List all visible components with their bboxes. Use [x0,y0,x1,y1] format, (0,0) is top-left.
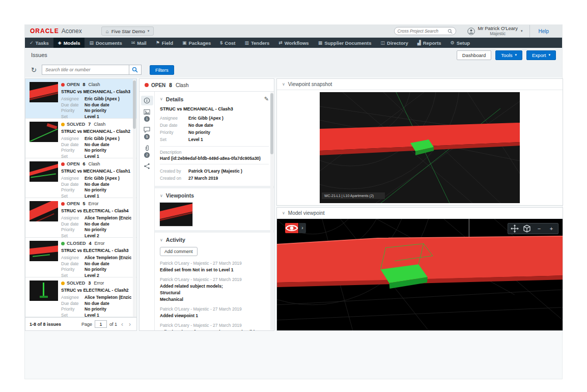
add-comment-button[interactable]: Add comment [160,247,198,256]
user-org: Majestic [478,31,518,36]
field-value: Level 1 [188,136,203,143]
zoom-in-button[interactable]: + [546,225,557,233]
issue-number: 5 [83,201,86,207]
page: ORACLE Aconex ⌂ Five Star Demo ▾ Mr Patr… [0,0,587,392]
workflows-icon: ⇄ [278,40,283,45]
export-button[interactable]: Export▾ [526,50,556,60]
viewpoint-snapshot-header[interactable]: ∨ Viewpoint snapshot [277,79,563,90]
scrollbar-thumb[interactable] [270,93,273,154]
zoom-out-button[interactable]: − [534,225,545,233]
viewpoints-tab[interactable]: 1 [141,107,153,123]
field-value: Eric Gibb (Apex ) [85,136,120,142]
section-title: Details [166,96,183,102]
issue-number: 3 [88,281,91,286]
viewpoint-thumbnail[interactable] [160,203,192,226]
previous-page-button[interactable]: ‹ [120,321,125,328]
snapshot-3d-image: WC-21-L1 | L10 Apartments (2) [320,92,520,203]
activity-text: Added viewpoint 1 [160,313,269,318]
status-dot [61,242,65,245]
tab-setup[interactable]: ⚙Setup [446,38,474,48]
field-value: No priority [85,108,106,114]
field-label: Assignee [61,255,85,261]
pagination-bar: 1-8 of 8 issues Page of 1 ‹ › [25,317,136,330]
tab-documents[interactable]: ▤Documents [85,38,126,48]
tab-cost[interactable]: $Cost [215,38,240,48]
issue-list-item[interactable]: CLOSED4Error STRUC vs ELECTRICAL - Clash… [25,238,136,277]
viewpoints-section-header[interactable]: ∨ Viewpoints [160,192,269,199]
filters-label: Filters [155,67,169,73]
activity-text: Edited assignee from No assignee to Eric… [160,329,269,330]
tab-supplier-documents[interactable]: ▦Supplier Documents [314,38,376,48]
refresh-button[interactable]: ↻ [31,66,37,74]
issue-list-item[interactable]: OPEN8Clash STRUC vs MECHANICAL - Clash3 … [25,79,136,119]
model-3d-viewport[interactable]: › − + [277,219,563,330]
tab-label: Directory [387,40,408,46]
tab-tenders[interactable]: ▥Tenders [240,38,274,48]
share-icon [144,163,150,170]
field-value: Patrick O'Leary (Majestic ) [188,167,242,175]
user-menu[interactable]: Mr Patrick O'Leary Majestic ▾ [463,26,527,36]
issue-list-item[interactable]: SOLVED3Error STRUC vs ELECTRICAL - Clash… [25,277,136,317]
scrollbar-thumb[interactable] [133,80,136,129]
model-viewpoint-header[interactable]: ∨ Model viewpoint [277,208,563,219]
tab-label: Cost [225,40,235,46]
viewpoint-toolbar-left: › [285,223,306,233]
status-dot [61,282,65,285]
field-value: No due date [188,122,213,129]
activity-section-header[interactable]: ∨ Activity [160,237,269,243]
activity-meta: Patrick O'Leary - Majestic - 27 March 20… [160,261,269,266]
tab-models[interactable]: ◈Models [53,38,85,48]
field-value: No priority [188,129,210,136]
issue-list-item[interactable]: OPEN6Clash STRUC vs MECHANICAL - Clash1 … [25,158,136,198]
info-tab[interactable] [141,96,153,105]
search-button[interactable] [129,65,142,75]
show-clash-button[interactable] [285,223,298,233]
tab-packages[interactable]: ▣Packages [178,38,215,48]
paperclip-icon [144,145,150,151]
chevron-down-icon: ▾ [521,29,523,33]
expand-toolbar-button[interactable]: › [298,223,306,233]
page-input[interactable] [95,320,107,328]
next-page-button[interactable]: › [127,321,132,328]
help-button[interactable]: Help [529,25,557,38]
tab-reports[interactable]: ▟Reports [413,38,446,48]
divider [160,164,269,164]
status-dot [145,83,149,87]
cross-project-search-input[interactable] [398,29,448,34]
related-models-tab[interactable] [141,161,153,171]
tab-workflows[interactable]: ⇄Workflows [274,38,313,48]
issue-list-item[interactable]: SOLVED7Clash STRUC vs MECHANICAL - Clash… [25,119,136,158]
filters-button[interactable]: Filters [150,65,174,75]
tab-field[interactable]: ⚑Field [151,38,178,48]
issue-type: Clash [89,161,100,167]
scrollbar[interactable] [270,92,273,330]
details-section-header[interactable]: ∨ Details ✎ [160,96,269,102]
scrollbar[interactable] [133,79,136,317]
tab-label: Packages [188,40,211,46]
issue-list-item[interactable]: OPEN5Error STRUC vs ELECTRICAL - Clash4 … [25,198,136,238]
section-title: Viewpoints [166,192,194,199]
status-dot [61,83,65,87]
issue-search-input[interactable] [42,65,129,75]
tab-label: Setup [457,40,470,46]
orbit-cube-button[interactable] [521,225,533,233]
field-label: Assignee [61,136,85,142]
dashboard-label: Dashboard [462,52,486,58]
tab-directory[interactable]: ◫Directory [376,38,413,48]
status-dot [61,202,65,206]
pan-tool-button[interactable] [509,225,520,233]
edit-icon[interactable]: ✎ [264,96,269,102]
project-selector[interactable]: ⌂ Five Star Demo ▾ [101,26,154,36]
attachments-tab[interactable]: 2 [141,143,153,159]
viewer-column: ∨ Viewpoint snapshot [276,78,563,331]
field-value: Level 2 [85,233,99,239]
field-label: Priority [61,267,85,273]
field-label: Assignee [160,115,188,122]
field-label: Assignee [61,215,85,221]
tab-mail[interactable]: ✉Mail [127,38,151,48]
issue-thumbnail [30,201,58,221]
tab-tasks[interactable]: ✓Tasks [25,38,53,48]
tools-button[interactable]: Tools▾ [495,50,522,60]
comments-tab[interactable]: 5 [141,125,153,141]
dashboard-button[interactable]: Dashboard [457,50,491,60]
